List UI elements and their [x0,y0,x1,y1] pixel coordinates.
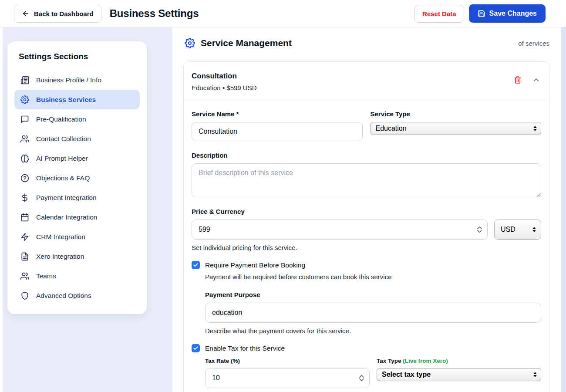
sidebar-item-crm-integration[interactable]: CRM Integration [14,227,140,247]
reset-data-button[interactable]: Reset Data [414,5,464,23]
sidebar-item-pre-qualification[interactable]: Pre-Qualification [14,109,140,129]
require-payment-row: Require Payment Before Booking [192,261,541,269]
price-helper-text: Set individual pricing for this service. [192,244,541,251]
chevron-up-icon [532,76,540,84]
delete-service-button[interactable] [514,76,522,84]
price-row: USD [192,220,541,240]
service-type-label: Service Type [371,110,542,118]
service-type-value: Education [376,125,530,132]
topbar-actions: Reset Data Save Changes [414,4,546,23]
back-to-dashboard-button[interactable]: Back to Dashboard [14,5,101,23]
sidebar-item-label: Objections & FAQ [36,174,90,182]
tax-rate-field-group: Tax Rate (%) [205,358,370,388]
arrow-left-icon [22,10,30,17]
sidebar-item-calendar-integration[interactable]: Calendar Integration [14,207,140,227]
newspaper-icon [20,76,29,84]
service-name-field-group: Service Name * [192,110,363,141]
tax-rate-input-wrap [205,368,370,388]
sidebar-item-contact-collection[interactable]: Contact Collection [14,129,140,149]
workspace: Settings Sections Business Profile / Inf… [0,27,566,392]
sidebar-item-label: Contact Collection [36,135,91,143]
description-textarea[interactable] [192,163,541,197]
sidebar-item-label: Teams [36,272,56,280]
back-button-label: Back to Dashboard [34,10,94,17]
select-arrows-icon [533,372,537,377]
sidebar-item-xero-integration[interactable]: Xero Integration [14,247,140,266]
sidebar-item-business-services[interactable]: Business Services [14,90,140,109]
require-payment-helper: Payment will be required before customer… [205,273,541,280]
enable-tax-row: Enable Tax for this Service [192,344,541,352]
service-type-field-group: Service Type Education [371,110,542,141]
description-field-group: Description [192,152,541,199]
sidebar-item-advanced-options[interactable]: Advanced Options [14,286,140,305]
enable-tax-label: Enable Tax for this Service [205,345,285,352]
number-stepper-icon[interactable] [359,375,364,382]
brain-icon [20,154,29,163]
service-name-input[interactable] [192,122,363,141]
price-input[interactable] [192,220,488,240]
question-circle-icon [20,174,29,182]
calendar-icon [20,213,29,222]
tax-rate-input[interactable] [205,368,370,388]
section-title: Service Management [201,38,292,48]
section-header: Service Management of services [172,27,561,48]
payment-purpose-helper: Describe what the payment covers for thi… [205,327,541,335]
sidebar-item-label: CRM Integration [36,233,85,241]
require-payment-label: Require Payment Before Booking [205,261,305,269]
team-icon [20,272,29,280]
sidebar-item-teams[interactable]: Teams [14,266,140,286]
tax-rate-label: Tax Rate (%) [205,358,370,364]
sidebar-title: Settings Sections [19,52,140,61]
service-card-header[interactable]: Consultation Education • $599 USD [184,62,549,100]
tax-fields-row: Tax Rate (%) Tax Type (Live from Xero) [205,358,541,388]
number-stepper-icon[interactable] [477,226,482,233]
service-type-select[interactable]: Education [371,122,542,135]
services-count-note: of services [518,40,549,47]
sidebar-item-label: Pre-Qualification [36,115,86,123]
save-changes-button[interactable]: Save Changes [469,4,546,23]
save-icon [478,10,485,17]
chat-bubble-icon [20,115,29,124]
sidebar-item-label: Calendar Integration [36,213,97,221]
price-field-group: Price & Currency USD [192,208,541,251]
main-content: Service Management of services Consultat… [172,27,561,392]
scrollbar-track[interactable] [561,27,566,392]
shield-icon [20,291,29,300]
tax-type-field-group: Tax Type (Live from Xero) Select tax typ… [377,358,541,388]
service-card: Consultation Education • $599 USD [183,61,549,392]
sidebar-item-objections-faq[interactable]: Objections & FAQ [14,168,140,188]
document-icon [20,252,29,261]
tax-type-live-note: (Live from Xero) [403,358,448,364]
payment-purpose-input[interactable] [205,303,541,323]
price-currency-label: Price & Currency [192,208,541,215]
price-input-wrap [192,220,488,240]
tax-type-value: Select tax type [382,371,530,378]
users-icon [20,135,29,143]
currency-select[interactable]: USD [494,220,541,240]
select-arrows-icon [532,227,536,232]
sidebar-item-payment-integration[interactable]: Payment Integration [14,188,140,207]
currency-value: USD [501,226,529,233]
payment-purpose-label: Payment Purpose [205,291,541,298]
service-card-actions [514,76,540,84]
sidebar-item-label: Business Services [36,96,96,104]
top-bar: Back to Dashboard Business Settings Rese… [0,0,566,27]
gear-icon [20,95,29,104]
lightning-icon [20,233,29,241]
sidebar-item-business-profile[interactable]: Business Profile / Info [14,70,140,90]
settings-sidebar: Settings Sections Business Profile / Inf… [7,41,147,314]
dollar-icon [20,193,29,202]
tax-type-select[interactable]: Select tax type [377,368,541,381]
page-title: Business Settings [110,7,199,20]
require-payment-checkbox[interactable] [192,261,200,269]
collapse-service-button[interactable] [532,76,540,84]
sidebar-item-label: Payment Integration [36,194,97,202]
enable-tax-checkbox[interactable] [192,344,200,352]
sidebar-item-label: AI Prompt Helper [36,155,88,162]
sidebar-item-ai-prompt-helper[interactable]: AI Prompt Helper [14,149,140,168]
service-card-subtitle: Education • $599 USD [192,84,257,91]
description-label: Description [192,152,541,159]
sidebar-item-label: Business Profile / Info [36,76,101,84]
require-payment-details: Payment will be required before customer… [205,273,541,335]
tax-type-label: Tax Type (Live from Xero) [377,358,541,364]
